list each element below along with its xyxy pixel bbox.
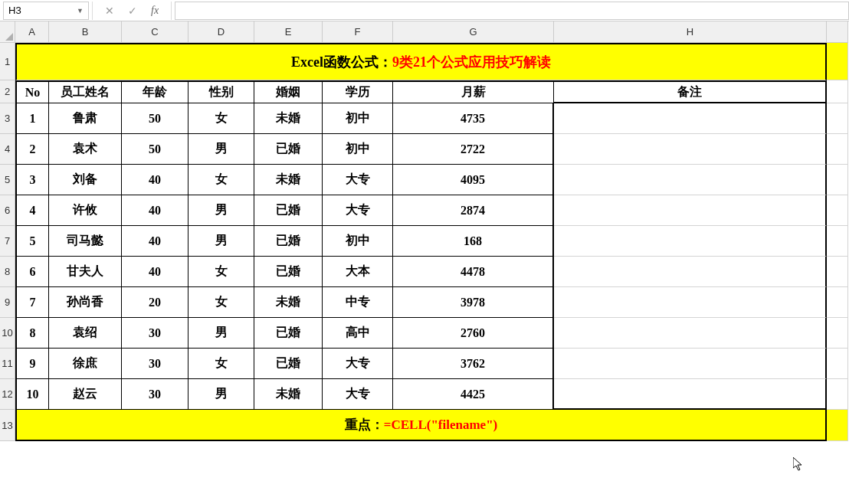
cell-gender[interactable]: 女 xyxy=(188,103,254,134)
select-all-corner[interactable] xyxy=(0,21,15,43)
header-salary[interactable]: 月薪 xyxy=(393,80,554,103)
row-header-11[interactable]: 11 xyxy=(0,349,15,379)
cell-salary[interactable]: 4425 xyxy=(393,379,554,410)
cell-salary[interactable]: 168 xyxy=(393,226,554,257)
cell-name[interactable]: 徐庶 xyxy=(49,349,122,379)
fx-icon[interactable]: fx xyxy=(151,5,159,17)
cell-empty[interactable] xyxy=(827,379,848,410)
cell-remark[interactable] xyxy=(554,103,827,134)
name-box[interactable]: H3 ▼ xyxy=(3,2,89,20)
row-header-1[interactable]: 1 xyxy=(0,43,15,80)
cell-marital[interactable]: 已婚 xyxy=(254,195,323,226)
cell-edu[interactable]: 初中 xyxy=(323,103,393,134)
row-header-10[interactable]: 10 xyxy=(0,318,15,349)
cell-name[interactable]: 刘备 xyxy=(49,165,122,195)
row-header-7[interactable]: 7 xyxy=(0,226,15,257)
cell-marital[interactable]: 未婚 xyxy=(254,103,323,134)
cell-salary[interactable]: 4478 xyxy=(393,257,554,287)
header-gender[interactable]: 性别 xyxy=(188,80,254,103)
cell-empty[interactable] xyxy=(827,195,848,226)
cell-age[interactable]: 50 xyxy=(122,103,188,134)
cell-salary[interactable]: 2760 xyxy=(393,318,554,349)
cell-salary[interactable]: 2722 xyxy=(393,134,554,165)
cell-empty[interactable] xyxy=(827,287,848,318)
cell-remark[interactable] xyxy=(554,318,827,349)
cell-edu[interactable]: 初中 xyxy=(323,226,393,257)
row-header-2[interactable]: 2 xyxy=(0,80,15,103)
cell-empty[interactable] xyxy=(827,43,848,80)
row-header-5[interactable]: 5 xyxy=(0,165,15,195)
cell-name[interactable]: 司马懿 xyxy=(49,226,122,257)
cell-age[interactable]: 40 xyxy=(122,257,188,287)
cell-empty[interactable] xyxy=(827,134,848,165)
cell-empty[interactable] xyxy=(827,257,848,287)
cell-empty[interactable] xyxy=(827,349,848,379)
cell-no[interactable]: 4 xyxy=(15,195,49,226)
cell-empty[interactable] xyxy=(827,80,848,103)
col-header-H[interactable]: H xyxy=(554,21,827,43)
cell-salary[interactable]: 3978 xyxy=(393,287,554,318)
cell-gender[interactable]: 女 xyxy=(188,257,254,287)
cell-gender[interactable]: 女 xyxy=(188,349,254,379)
cell-salary[interactable]: 4735 xyxy=(393,103,554,134)
cell-name[interactable]: 鲁肃 xyxy=(49,103,122,134)
row-header-9[interactable]: 9 xyxy=(0,287,15,318)
cell-no[interactable]: 3 xyxy=(15,165,49,195)
row-header-13[interactable]: 13 xyxy=(0,410,15,441)
col-header-E[interactable]: E xyxy=(254,21,323,43)
cell-name[interactable]: 袁术 xyxy=(49,134,122,165)
header-no[interactable]: No xyxy=(15,80,49,103)
cell-age[interactable]: 40 xyxy=(122,195,188,226)
cell-gender[interactable]: 男 xyxy=(188,134,254,165)
cell-remark[interactable] xyxy=(554,287,827,318)
cell-remark[interactable] xyxy=(554,165,827,195)
cell-gender[interactable]: 男 xyxy=(188,379,254,410)
cell-empty[interactable] xyxy=(827,165,848,195)
cell-age[interactable]: 30 xyxy=(122,349,188,379)
header-age[interactable]: 年龄 xyxy=(122,80,188,103)
cell-edu[interactable]: 大专 xyxy=(323,195,393,226)
cell-no[interactable]: 7 xyxy=(15,287,49,318)
cell-name[interactable]: 赵云 xyxy=(49,379,122,410)
cell-marital[interactable]: 未婚 xyxy=(254,287,323,318)
row-header-4[interactable]: 4 xyxy=(0,134,15,165)
cell-marital[interactable]: 未婚 xyxy=(254,165,323,195)
row-header-8[interactable]: 8 xyxy=(0,257,15,287)
col-header-I[interactable] xyxy=(827,21,848,43)
cell-name[interactable]: 甘夫人 xyxy=(49,257,122,287)
cell-no[interactable]: 2 xyxy=(15,134,49,165)
row-header-6[interactable]: 6 xyxy=(0,195,15,226)
cell-age[interactable]: 40 xyxy=(122,226,188,257)
formula-input[interactable] xyxy=(175,2,849,20)
cell-edu[interactable]: 大专 xyxy=(323,349,393,379)
cell-empty[interactable] xyxy=(827,103,848,134)
row-header-12[interactable]: 12 xyxy=(0,379,15,410)
cell-age[interactable]: 20 xyxy=(122,287,188,318)
cell-empty[interactable] xyxy=(827,318,848,349)
cell-age[interactable]: 30 xyxy=(122,318,188,349)
name-box-dropdown-icon[interactable]: ▼ xyxy=(77,7,84,15)
cell-gender[interactable]: 男 xyxy=(188,195,254,226)
cell-remark[interactable] xyxy=(554,195,827,226)
cell-gender[interactable]: 男 xyxy=(188,318,254,349)
row-header-3[interactable]: 3 xyxy=(0,103,15,134)
cell-marital[interactable]: 已婚 xyxy=(254,257,323,287)
cell-no[interactable]: 9 xyxy=(15,349,49,379)
cell-edu[interactable]: 大本 xyxy=(323,257,393,287)
cell-empty[interactable] xyxy=(827,226,848,257)
cell-edu[interactable]: 初中 xyxy=(323,134,393,165)
footer-cell[interactable]: 重点：=CELL("filename") xyxy=(15,410,827,441)
col-header-B[interactable]: B xyxy=(49,21,122,43)
cell-salary[interactable]: 4095 xyxy=(393,165,554,195)
cell-remark[interactable] xyxy=(554,379,827,410)
cell-marital[interactable]: 已婚 xyxy=(254,318,323,349)
cell-remark[interactable] xyxy=(554,349,827,379)
cell-no[interactable]: 8 xyxy=(15,318,49,349)
header-marital[interactable]: 婚姻 xyxy=(254,80,323,103)
cell-gender[interactable]: 女 xyxy=(188,287,254,318)
cell-remark[interactable] xyxy=(554,257,827,287)
col-header-C[interactable]: C xyxy=(122,21,188,43)
cell-age[interactable]: 30 xyxy=(122,379,188,410)
cell-salary[interactable]: 3762 xyxy=(393,349,554,379)
cell-no[interactable]: 5 xyxy=(15,226,49,257)
